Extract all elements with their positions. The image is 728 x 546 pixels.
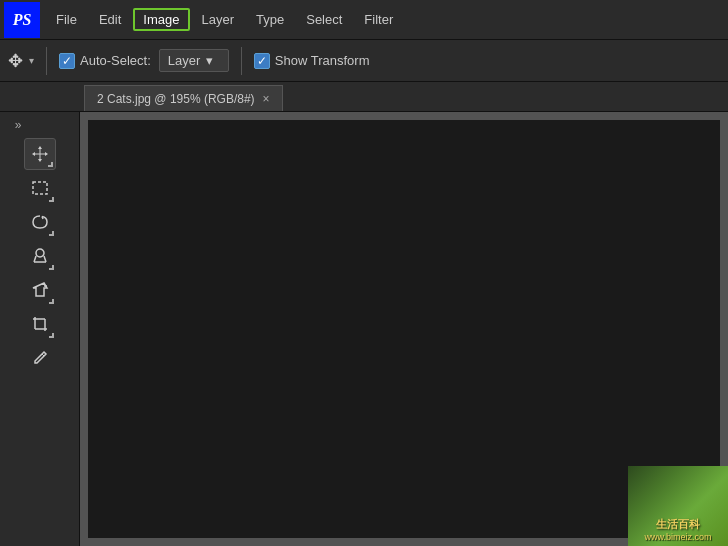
move-tool-btn[interactable] (24, 138, 56, 170)
tab-title: 2 Cats.jpg @ 195% (RGB/8#) (97, 92, 255, 106)
eyedropper-tool-btn[interactable] (24, 342, 56, 374)
svg-line-4 (44, 256, 46, 262)
separator-2 (241, 47, 242, 75)
auto-select-option: ✓ Auto-Select: (59, 53, 151, 69)
show-transform-option: ✓ Show Transform (254, 53, 370, 69)
menu-select[interactable]: Select (296, 8, 352, 31)
svg-line-11 (42, 354, 44, 356)
watermark-image: 生活百科 www.bimeiz.com (628, 466, 728, 546)
watermark-line1: 生活百科 (644, 517, 711, 532)
tool-sub-indicator-3 (49, 231, 54, 236)
crop-tool-btn[interactable] (24, 308, 56, 340)
svg-line-1 (42, 217, 43, 220)
sidebar-expand-arrow[interactable]: » (4, 116, 32, 134)
tool-sub-indicator-4 (49, 265, 54, 270)
move-icon: ✥ (8, 50, 23, 72)
menu-bar: PS File Edit Image Layer Type Select Fil… (0, 0, 728, 40)
brush-tool-btn[interactable] (24, 240, 56, 272)
tool-sub-indicator (48, 162, 53, 167)
canvas-area: 生活百科 www.bimeiz.com (80, 112, 728, 546)
tool-sub-indicator-6 (49, 333, 54, 338)
move-tool-svg (30, 144, 50, 164)
layer-dropdown-value: Layer (168, 53, 201, 68)
tool-row-move (24, 138, 56, 170)
menu-filter[interactable]: Filter (354, 8, 403, 31)
show-transform-label: Show Transform (275, 53, 370, 68)
check-mark-2: ✓ (257, 55, 267, 67)
tab-bar: 2 Cats.jpg @ 195% (RGB/8#) × (0, 82, 728, 112)
watermark: 生活百科 www.bimeiz.com (628, 466, 728, 546)
tool-sub-indicator-2 (49, 197, 54, 202)
crop-tool-svg (30, 314, 50, 334)
menu-items: File Edit Image Layer Type Select Filter (46, 8, 403, 31)
marquee-tool-svg (30, 178, 50, 198)
separator-1 (46, 47, 47, 75)
layer-dropdown[interactable]: Layer ▾ (159, 49, 229, 72)
watermark-line2: www.bimeiz.com (644, 532, 711, 542)
sidebar: » (0, 112, 80, 546)
move-tool-chevron[interactable]: ▾ (29, 55, 34, 66)
svg-point-2 (36, 249, 44, 257)
main-layout: » (0, 112, 728, 546)
tool-row-lasso (24, 206, 56, 238)
menu-file[interactable]: File (46, 8, 87, 31)
tool-row-eyedropper (24, 342, 56, 374)
ps-logo: PS (4, 2, 40, 38)
clone-tool-btn[interactable] (24, 274, 56, 306)
dropdown-arrow: ▾ (206, 53, 213, 68)
menu-layer[interactable]: Layer (192, 8, 245, 31)
auto-select-checkbox[interactable]: ✓ (59, 53, 75, 69)
watermark-text-block: 生活百科 www.bimeiz.com (644, 517, 711, 542)
svg-line-3 (34, 256, 36, 262)
check-mark: ✓ (62, 55, 72, 67)
tool-sub-indicator-5 (49, 299, 54, 304)
move-tool-icon: ✥ (8, 50, 23, 72)
clone-tool-svg (30, 280, 50, 300)
auto-select-label: Auto-Select: (80, 53, 151, 68)
tool-row-brush (24, 240, 56, 272)
canvas-document (88, 120, 720, 538)
marquee-tool-btn[interactable] (24, 172, 56, 204)
menu-type[interactable]: Type (246, 8, 294, 31)
show-transform-checkbox[interactable]: ✓ (254, 53, 270, 69)
lasso-tool-svg (30, 212, 50, 232)
document-tab[interactable]: 2 Cats.jpg @ 195% (RGB/8#) × (84, 85, 283, 111)
menu-image[interactable]: Image (133, 8, 189, 31)
lasso-tool-btn[interactable] (24, 206, 56, 238)
tool-row-clone (24, 274, 56, 306)
tool-row-crop (24, 308, 56, 340)
tool-row-marquee (24, 172, 56, 204)
tab-close-button[interactable]: × (263, 92, 270, 106)
menu-edit[interactable]: Edit (89, 8, 131, 31)
brush-tool-svg (30, 246, 50, 266)
options-bar: ✥ ▾ ✓ Auto-Select: Layer ▾ ✓ Show Transf… (0, 40, 728, 82)
eyedropper-tool-svg (30, 348, 50, 368)
svg-rect-0 (33, 182, 47, 194)
